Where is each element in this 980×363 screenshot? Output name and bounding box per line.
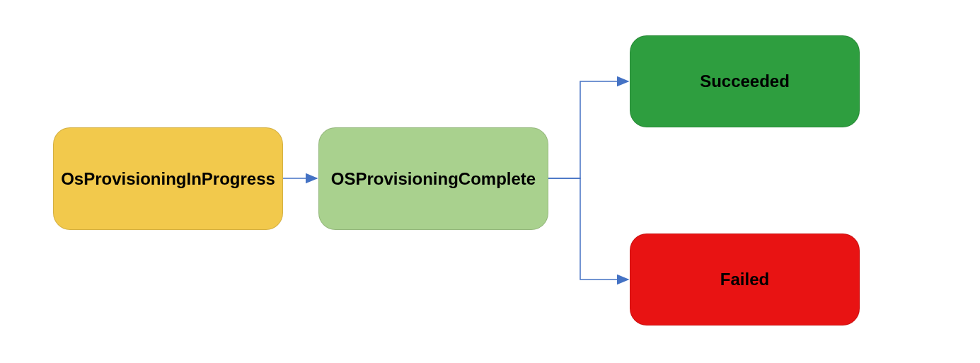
node-os-provisioning-complete: OSProvisioningComplete — [318, 127, 548, 230]
node-label: Failed — [720, 270, 769, 289]
node-os-provisioning-in-progress: OsProvisioningInProgress — [53, 127, 283, 230]
node-label: Succeeded — [700, 71, 790, 91]
node-succeeded: Succeeded — [630, 35, 860, 127]
node-label: OSProvisioningComplete — [331, 169, 536, 189]
node-failed: Failed — [630, 234, 860, 325]
node-label: OsProvisioningInProgress — [61, 169, 275, 189]
arrow-complete-to-succeeded — [548, 81, 628, 178]
arrow-complete-to-failed — [548, 178, 628, 280]
